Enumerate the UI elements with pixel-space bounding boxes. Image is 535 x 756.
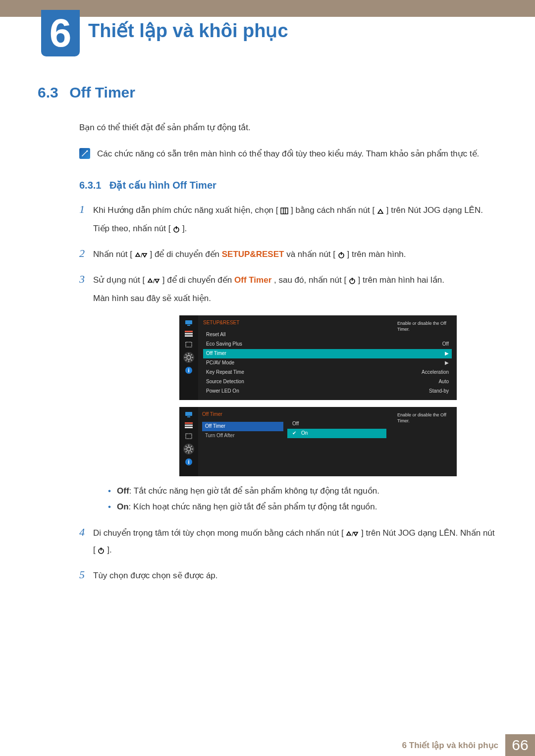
osd-row: Turn Off After bbox=[202, 431, 283, 441]
text: Nhấn nút [ bbox=[93, 250, 132, 259]
step-body: Tùy chọn được chọn sẽ được áp. bbox=[93, 568, 218, 586]
svg-rect-16 bbox=[185, 335, 193, 337]
svg-line-23 bbox=[186, 354, 187, 355]
bullet-label: On bbox=[117, 502, 129, 511]
power-icon bbox=[349, 274, 356, 290]
osd-row-label: PC/AV Mode bbox=[206, 358, 410, 367]
section-header: 6.3 Off Timer bbox=[38, 84, 497, 101]
chapter-title: Thiết lập và khôi phục bbox=[88, 20, 288, 42]
text: Khi Hướng dẫn phím chức năng xuất hiện, … bbox=[93, 205, 278, 215]
power-icon bbox=[98, 544, 105, 559]
text: ] để di chuyển đến bbox=[162, 275, 234, 285]
svg-rect-34 bbox=[186, 434, 192, 439]
resize-icon bbox=[184, 433, 193, 440]
subsection-number: 6.3.1 bbox=[79, 180, 101, 191]
svg-rect-17 bbox=[186, 342, 192, 347]
step-body: Di chuyển trọng tâm tới tùy chọn mong mu… bbox=[93, 526, 497, 561]
svg-rect-13 bbox=[187, 325, 190, 326]
osd-screenshot-2: i Off Timer Off TimerTurn Off After Off✔… bbox=[179, 407, 457, 476]
text: Sử dụng nút [ bbox=[93, 275, 145, 285]
setup-reset-label: SETUP&RESET bbox=[222, 250, 284, 259]
svg-rect-33 bbox=[185, 427, 193, 428]
osd-row-label: Power LED On bbox=[206, 387, 410, 396]
osd-option: ✔On bbox=[287, 429, 386, 438]
osd-row: Source DetectionAuto bbox=[203, 377, 452, 387]
svg-line-42 bbox=[191, 446, 192, 447]
step-3: 3 Sử dụng nút [ / ] để di chuyển đến Off… bbox=[79, 273, 497, 519]
text: Di chuyển trọng tâm tới tùy chọn mong mu… bbox=[93, 528, 344, 538]
subsection-title: Đặt cấu hình Off Timer bbox=[109, 180, 216, 191]
osd-row-label: Off Timer bbox=[206, 349, 410, 358]
osd-sidebar: i bbox=[179, 315, 198, 400]
svg-rect-30 bbox=[187, 416, 190, 417]
svg-text:i: i bbox=[188, 367, 189, 373]
svg-point-0 bbox=[87, 150, 88, 151]
osd-row-label: Eco Saving Plus bbox=[206, 340, 410, 349]
svg-text:/: / bbox=[153, 277, 155, 284]
text: ]. bbox=[107, 545, 111, 554]
check-icon: ✔ bbox=[292, 429, 299, 438]
chapter-number-tab: 6 bbox=[41, 10, 80, 56]
step-body: Nhấn nút [ / ] để di chuyển đến SETUP&RE… bbox=[93, 247, 406, 266]
bullet-text: : Tắt chức năng hẹn giờ tắt để sản phẩm … bbox=[129, 486, 379, 496]
osd-row-value: Auto bbox=[410, 377, 449, 386]
svg-text:/: / bbox=[141, 252, 143, 258]
up-down-icon: / bbox=[135, 249, 148, 264]
osd-row: Eco Saving PlusOff bbox=[203, 340, 452, 349]
step-1: 1 Khi Hướng dẫn phím chức năng xuất hiện… bbox=[79, 203, 497, 240]
osd-row: PC/AV Mode▶ bbox=[203, 358, 452, 368]
note-text: Các chức năng có sẵn trên màn hình có th… bbox=[97, 147, 479, 161]
step-body: Sử dụng nút [ / ] để di chuyển đến Off T… bbox=[93, 273, 457, 519]
monitor-icon bbox=[184, 411, 193, 418]
svg-rect-15 bbox=[185, 333, 193, 334]
osd-option: Off bbox=[287, 419, 386, 429]
osd-row-label: Source Detection bbox=[206, 377, 410, 386]
intro-text: Bạn có thể thiết đặt để sản phẩm tự động… bbox=[79, 121, 497, 135]
step-number: 5 bbox=[79, 568, 93, 581]
section-title: Off Timer bbox=[69, 84, 135, 101]
svg-rect-14 bbox=[185, 331, 193, 332]
step-number: 3 bbox=[79, 273, 93, 286]
text: ] trên màn hình. bbox=[347, 250, 406, 259]
step-list: 1 Khi Hướng dẫn phím chức năng xuất hiện… bbox=[79, 203, 497, 585]
osd-title: Off Timer bbox=[202, 410, 283, 419]
bullet-off: Off: Tắt chức năng hẹn giờ tắt để sản ph… bbox=[108, 483, 457, 499]
step-2: 2 Nhấn nút [ / ] để di chuyển đến SETUP&… bbox=[79, 247, 497, 266]
off-timer-label: Off Timer bbox=[234, 275, 271, 285]
page-footer: 6 Thiết lập và khôi phục 66 bbox=[0, 734, 535, 756]
svg-rect-1 bbox=[281, 208, 288, 214]
text: ]. bbox=[182, 224, 187, 233]
option-bullets: Off: Tắt chức năng hẹn giờ tắt để sản ph… bbox=[108, 483, 457, 515]
up-down-icon: / bbox=[147, 274, 160, 290]
osd-sidebar: i bbox=[179, 407, 198, 476]
menu-list-icon bbox=[184, 422, 193, 429]
step-number: 2 bbox=[79, 247, 93, 260]
power-icon bbox=[173, 223, 180, 238]
menu-icon bbox=[280, 204, 288, 220]
osd-row: Off Timer▶ bbox=[203, 349, 452, 358]
step-number: 4 bbox=[79, 526, 93, 539]
svg-rect-29 bbox=[185, 412, 192, 416]
text: ] bằng cách nhấn nút [ bbox=[291, 205, 374, 215]
osd-row: Key Repeat TimeAcceleration bbox=[203, 368, 452, 377]
osd-row-label: Key Repeat Time bbox=[206, 368, 410, 377]
info-icon: i bbox=[184, 458, 193, 465]
step-5: 5 Tùy chọn được chọn sẽ được áp. bbox=[79, 568, 497, 586]
top-band bbox=[0, 0, 535, 17]
svg-point-18 bbox=[187, 355, 191, 359]
bullet-on: On: Kích hoạt chức năng hẹn giờ tắt để s… bbox=[108, 499, 457, 515]
up-icon bbox=[377, 204, 384, 220]
text: ] để di chuyển đến bbox=[150, 250, 221, 259]
gear-icon bbox=[183, 352, 194, 363]
osd-tip: Enable or disable the Off Timer. bbox=[392, 407, 457, 429]
resize-icon bbox=[184, 341, 193, 348]
svg-text:/: / bbox=[352, 530, 354, 537]
footer-label: 6 Thiết lập và khôi phục bbox=[395, 734, 505, 756]
up-down-icon: / bbox=[346, 527, 359, 543]
info-icon: i bbox=[184, 367, 193, 374]
svg-line-24 bbox=[191, 359, 192, 360]
osd-row: Power LED OnStand-by bbox=[203, 387, 452, 396]
svg-rect-32 bbox=[185, 424, 193, 426]
osd-option-label: On bbox=[301, 429, 308, 438]
osd-row-value: ▶ bbox=[410, 349, 449, 358]
